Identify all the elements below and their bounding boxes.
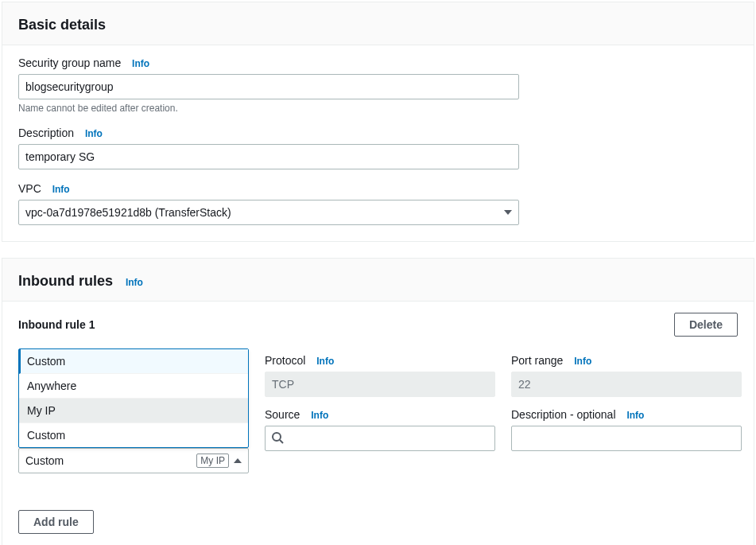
search-icon xyxy=(271,431,284,446)
description-label: Description Info xyxy=(18,127,738,139)
vpc-label: VPC Info xyxy=(18,182,738,195)
inbound-rules-panel: Inbound rules Info Inbound rule 1 Delete… xyxy=(2,258,754,545)
caret-down-icon xyxy=(504,210,512,215)
source-type-select-value: Custom xyxy=(25,454,64,467)
security-group-name-input[interactable] xyxy=(18,74,519,99)
rule-description-input[interactable] xyxy=(511,426,742,451)
basic-details-panel: Basic details Security group name Info N… xyxy=(2,2,754,242)
source-search-wrap xyxy=(265,426,495,451)
security-group-name-helper: Name cannot be edited after creation. xyxy=(18,103,738,114)
source-type-select[interactable]: Custom My IP xyxy=(18,448,249,473)
type-option[interactable]: Custom xyxy=(19,349,248,374)
source-search-input[interactable] xyxy=(265,426,495,451)
source-label: Source Info xyxy=(265,408,495,421)
svg-point-0 xyxy=(273,433,281,441)
inbound-rule-1-head: Inbound rule 1 Delete xyxy=(18,313,738,337)
vpc-info-link[interactable]: Info xyxy=(52,184,70,195)
security-group-name-row: Security group name Info Name cannot be … xyxy=(18,56,738,114)
caret-up-icon xyxy=(234,458,242,463)
type-option[interactable]: Custom xyxy=(19,423,248,447)
inbound-rules-header: Inbound rules Info xyxy=(2,259,754,302)
vpc-select-value: vpc-0a7d1978e51921d8b (TransferStack) xyxy=(25,206,231,219)
add-rule-button[interactable]: Add rule xyxy=(18,510,94,534)
rule-col-protocol-source: Protocol Info TCP Source Info xyxy=(265,354,495,473)
inbound-rules-body: Inbound rule 1 Delete CustomAnywhereMy I… xyxy=(2,302,754,545)
vpc-row: VPC Info vpc-0a7d1978e51921d8b (Transfer… xyxy=(18,182,738,225)
inbound-rules-heading: Inbound rules xyxy=(18,273,113,290)
basic-details-body: Security group name Info Name cannot be … xyxy=(2,45,754,241)
basic-details-header: Basic details xyxy=(2,2,754,45)
source-info-link[interactable]: Info xyxy=(311,410,328,421)
rule-description-label: Description - optional Info xyxy=(511,408,742,421)
inbound-rules-info-link[interactable]: Info xyxy=(126,277,143,288)
description-row: Description Info xyxy=(18,127,738,169)
type-option[interactable]: My IP xyxy=(19,399,248,423)
protocol-label: Protocol Info xyxy=(265,354,495,367)
type-dropdown: CustomAnywhereMy IPCustom Custom My IP xyxy=(18,354,249,473)
type-option[interactable]: Anywhere xyxy=(19,374,248,399)
description-input[interactable] xyxy=(18,144,519,169)
inbound-rule-1-title: Inbound rule 1 xyxy=(18,318,95,331)
protocol-info-link[interactable]: Info xyxy=(316,356,334,367)
type-dropdown-list: CustomAnywhereMy IPCustom xyxy=(18,348,249,448)
delete-rule-button[interactable]: Delete xyxy=(674,313,738,337)
rule-description-info-link[interactable]: Info xyxy=(626,410,644,421)
port-range-info-link[interactable]: Info xyxy=(574,356,591,367)
source-type-badge: My IP xyxy=(196,454,229,468)
protocol-value: TCP xyxy=(265,372,495,397)
port-range-label: Port range Info xyxy=(511,354,742,367)
security-group-name-info-link[interactable]: Info xyxy=(132,58,149,69)
rule-col-port-desc: Port range Info 22 Description - optiona… xyxy=(511,354,742,473)
security-group-name-label: Security group name Info xyxy=(18,56,738,69)
inbound-rule-1-grid: CustomAnywhereMy IPCustom Custom My IP P… xyxy=(18,354,738,473)
vpc-select[interactable]: vpc-0a7d1978e51921d8b (TransferStack) xyxy=(18,200,519,225)
add-rule-row: Add rule xyxy=(18,510,738,534)
port-range-value: 22 xyxy=(511,372,742,397)
description-info-link[interactable]: Info xyxy=(85,128,103,139)
svg-line-1 xyxy=(280,440,283,443)
rule-col-type-source: CustomAnywhereMy IPCustom Custom My IP xyxy=(18,354,249,473)
basic-details-heading: Basic details xyxy=(18,17,106,33)
